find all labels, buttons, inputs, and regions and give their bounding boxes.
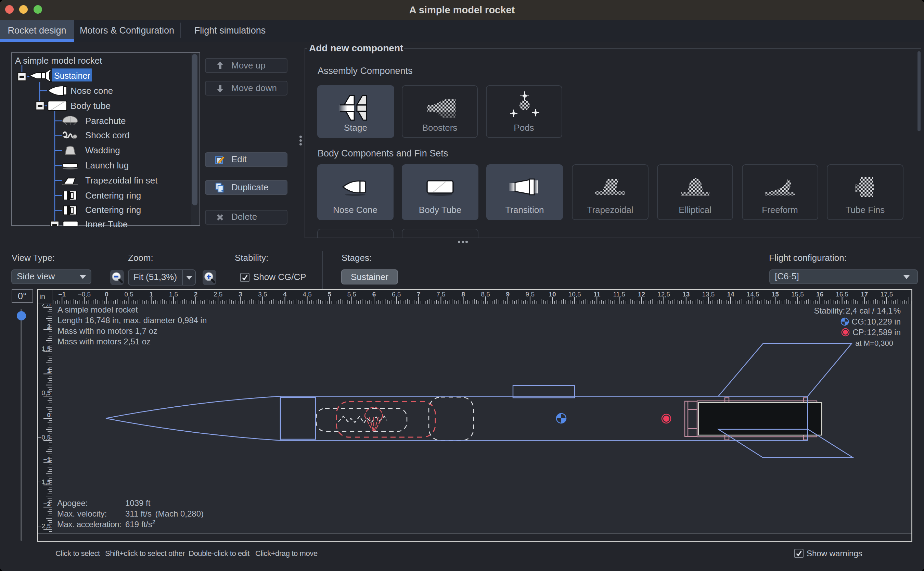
svg-text:14: 14 — [727, 291, 735, 298]
svg-text:11: 11 — [593, 291, 601, 298]
svg-text:4,5: 4,5 — [302, 291, 311, 298]
svg-text:8: 8 — [461, 291, 465, 298]
svg-text:7: 7 — [417, 291, 420, 298]
svg-text:3: 3 — [239, 291, 242, 298]
svg-text:0,5: 0,5 — [124, 291, 133, 298]
svg-text:15: 15 — [772, 291, 779, 298]
svg-text:7,5: 7,5 — [436, 291, 445, 298]
svg-text:12,5: 12,5 — [658, 291, 670, 298]
svg-text:2,5: 2,5 — [214, 291, 222, 298]
svg-text:1: 1 — [47, 367, 51, 374]
svg-text:0,5: 0,5 — [42, 389, 51, 397]
svg-text:1,5: 1,5 — [169, 291, 178, 298]
svg-text:0: 0 — [105, 291, 108, 298]
svg-text:1: 1 — [149, 291, 153, 298]
svg-text:0: 0 — [47, 412, 51, 419]
svg-text:16: 16 — [816, 291, 823, 298]
svg-text:−0,5: −0,5 — [38, 434, 51, 441]
svg-text:6: 6 — [372, 291, 376, 298]
svg-text:15,5: 15,5 — [791, 291, 804, 298]
svg-text:−0,5: −0,5 — [78, 291, 91, 298]
svg-text:2: 2 — [194, 291, 198, 298]
svg-text:9,5: 9,5 — [526, 291, 534, 298]
svg-text:17: 17 — [861, 291, 868, 298]
svg-text:−1: −1 — [43, 456, 51, 463]
svg-text:8,5: 8,5 — [481, 291, 490, 298]
svg-text:2: 2 — [47, 323, 51, 330]
svg-text:10: 10 — [548, 291, 556, 298]
svg-text:5,5: 5,5 — [347, 291, 356, 298]
svg-text:11,5: 11,5 — [613, 291, 625, 298]
svg-text:−1,5: −1,5 — [38, 478, 51, 485]
svg-text:3,5: 3,5 — [258, 291, 267, 298]
svg-text:17,5: 17,5 — [880, 291, 893, 298]
svg-text:10,5: 10,5 — [568, 291, 581, 298]
svg-text:14,5: 14,5 — [747, 291, 759, 298]
svg-text:4: 4 — [283, 291, 287, 298]
svg-text:16,5: 16,5 — [836, 291, 849, 298]
svg-text:−2,5: −2,5 — [38, 522, 51, 529]
svg-text:−1: −1 — [58, 291, 66, 298]
svg-text:12: 12 — [638, 291, 645, 298]
svg-text:9: 9 — [506, 291, 510, 298]
svg-text:6,5: 6,5 — [392, 291, 401, 298]
svg-text:1,5: 1,5 — [42, 345, 51, 352]
svg-text:−2: −2 — [43, 500, 51, 507]
svg-text:5: 5 — [328, 291, 332, 298]
svg-text:13,5: 13,5 — [702, 291, 715, 298]
svg-text:13: 13 — [682, 291, 690, 298]
